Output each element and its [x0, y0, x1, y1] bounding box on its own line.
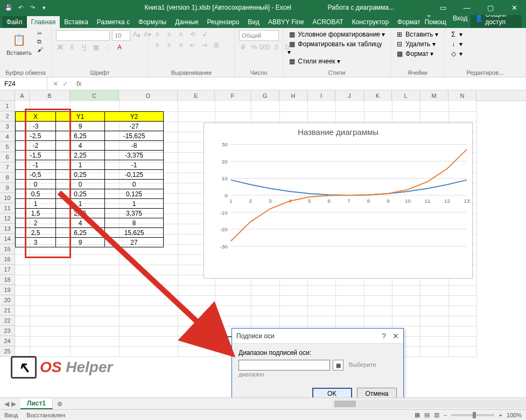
- row-header[interactable]: 3: [0, 122, 15, 132]
- undo-icon[interactable]: ↶: [16, 3, 25, 12]
- row-header[interactable]: 21: [0, 305, 15, 316]
- table-cell[interactable]: 27: [105, 238, 164, 247]
- row-header[interactable]: 5: [0, 142, 15, 152]
- table-cell[interactable]: 6,25: [56, 131, 105, 141]
- enter-formula-icon[interactable]: ✓: [62, 80, 68, 88]
- row-header[interactable]: 18: [0, 275, 15, 285]
- grow-font-icon[interactable]: A▴: [132, 30, 141, 39]
- tab-file[interactable]: Файл: [2, 16, 27, 28]
- orientation-icon[interactable]: ⟲: [188, 30, 197, 39]
- row-header[interactable]: 12: [0, 213, 15, 224]
- bold-icon[interactable]: Ж: [56, 43, 65, 52]
- worksheet-grid[interactable]: ABCDEFGHIJKLMN 1234567891011121314151617…: [0, 90, 526, 398]
- close-icon[interactable]: ✕: [502, 0, 526, 15]
- minimize-icon[interactable]: —: [455, 0, 479, 15]
- tab-page-layout[interactable]: Разметка с: [93, 16, 134, 28]
- tab-abbyy[interactable]: ABBYY Fine: [264, 16, 308, 28]
- table-cell[interactable]: 2,25: [56, 151, 105, 160]
- row-header[interactable]: 10: [0, 193, 15, 203]
- column-header[interactable]: B: [30, 90, 70, 101]
- row-header[interactable]: 4: [0, 132, 15, 142]
- add-sheet-icon[interactable]: ⊕: [53, 400, 67, 408]
- inc-decimal-icon[interactable]: .0: [271, 43, 280, 52]
- table-cell[interactable]: -15,625: [105, 131, 164, 141]
- number-format-combo[interactable]: Общий: [239, 30, 279, 41]
- table-header[interactable]: X: [16, 112, 56, 122]
- align-top-icon[interactable]: ≡: [153, 30, 162, 39]
- chart-title[interactable]: Название диаграммы: [204, 123, 472, 139]
- table-cell[interactable]: 4: [56, 218, 105, 228]
- range-selector-icon[interactable]: ▦: [333, 360, 343, 371]
- dialog-help-icon[interactable]: ?: [382, 332, 386, 340]
- copy-icon[interactable]: ⧉: [37, 38, 43, 45]
- table-cell[interactable]: 0,25: [56, 189, 105, 199]
- border-icon[interactable]: ▦: [92, 43, 100, 52]
- fx-icon[interactable]: fx: [73, 80, 81, 88]
- column-header[interactable]: D: [119, 90, 178, 101]
- row-header[interactable]: 23: [0, 326, 15, 336]
- row-header[interactable]: 1: [0, 101, 15, 111]
- table-cell[interactable]: 1,5: [16, 209, 56, 218]
- cut-icon[interactable]: ✂: [37, 30, 43, 37]
- zoom-level[interactable]: 100%: [507, 412, 522, 418]
- font-color-icon[interactable]: A: [115, 43, 124, 52]
- redo-icon[interactable]: ↷: [28, 3, 37, 12]
- paste-button[interactable]: 📋 Вставить: [4, 30, 34, 57]
- tab-chart-format[interactable]: Формат: [393, 16, 425, 28]
- signin-button[interactable]: Вход: [453, 15, 467, 22]
- align-center-icon[interactable]: ≡: [165, 41, 173, 49]
- table-cell[interactable]: 3,375: [105, 209, 164, 218]
- table-cell[interactable]: 1: [16, 199, 56, 209]
- clear-button[interactable]: ◇ ▾: [449, 49, 462, 58]
- table-cell[interactable]: -0,5: [16, 170, 56, 180]
- row-header[interactable]: 17: [0, 265, 15, 275]
- indent-inc-icon[interactable]: ⇥: [200, 41, 209, 49]
- table-cell[interactable]: 2,25: [56, 209, 105, 218]
- select-all-corner[interactable]: [0, 90, 15, 101]
- table-cell[interactable]: 1: [56, 199, 105, 209]
- table-cell[interactable]: 0: [16, 180, 56, 189]
- column-header[interactable]: N: [448, 90, 476, 101]
- table-cell[interactable]: 0: [56, 180, 105, 189]
- table-cell[interactable]: -2,5: [16, 131, 56, 141]
- tab-review[interactable]: Рецензиро: [203, 16, 244, 28]
- zoom-slider[interactable]: [451, 414, 494, 416]
- italic-icon[interactable]: К: [68, 43, 76, 52]
- table-cell[interactable]: 2: [16, 218, 56, 228]
- autosum-button[interactable]: Σ ▾: [449, 30, 462, 39]
- view-layout-icon[interactable]: ▤: [424, 411, 430, 418]
- column-header[interactable]: I: [307, 90, 335, 101]
- view-pagebreak-icon[interactable]: ▥: [434, 411, 439, 418]
- wrap-text-icon[interactable]: ↲: [200, 30, 209, 39]
- table-cell[interactable]: 4: [56, 141, 105, 151]
- sheet-nav-next-icon[interactable]: ▶: [11, 400, 16, 408]
- table-cell[interactable]: -1: [16, 160, 56, 170]
- table-cell[interactable]: -2: [16, 141, 56, 151]
- table-cell[interactable]: 3: [16, 238, 56, 247]
- cell-styles-button[interactable]: ▦ Стили ячеек ▾: [287, 57, 340, 66]
- tab-insert[interactable]: Вставка: [60, 16, 93, 28]
- tab-data[interactable]: Данные: [171, 16, 202, 28]
- percent-icon[interactable]: %: [250, 43, 258, 52]
- save-icon[interactable]: 💾: [4, 3, 13, 12]
- row-header[interactable]: 2: [0, 111, 15, 122]
- chart-plot-area[interactable]: -30-20-10010203012345678910111213: [204, 139, 472, 262]
- format-as-table-button[interactable]: ▦ Форматировать как таблицу ▾: [287, 40, 386, 56]
- column-header[interactable]: A: [15, 90, 30, 101]
- align-right-icon[interactable]: ≡: [177, 41, 185, 49]
- table-cell[interactable]: -27: [105, 122, 164, 131]
- tab-view[interactable]: Вид: [243, 16, 264, 28]
- table-cell[interactable]: 1: [56, 160, 105, 170]
- table-cell[interactable]: 0,5: [16, 189, 56, 199]
- table-cell[interactable]: -3: [16, 122, 56, 131]
- merge-icon[interactable]: ⊞: [212, 41, 221, 49]
- align-bottom-icon[interactable]: ≡: [177, 30, 185, 39]
- sheet-tab[interactable]: Лист1: [20, 398, 53, 409]
- format-painter-icon[interactable]: 🖌: [37, 46, 43, 53]
- align-left-icon[interactable]: ≡: [153, 41, 162, 49]
- tab-home[interactable]: Главная: [27, 16, 60, 28]
- name-box[interactable]: F24: [0, 77, 47, 90]
- cancel-button[interactable]: Отмена: [357, 388, 397, 398]
- table-cell[interactable]: -0,125: [105, 170, 164, 180]
- font-size-combo[interactable]: 10: [112, 30, 130, 41]
